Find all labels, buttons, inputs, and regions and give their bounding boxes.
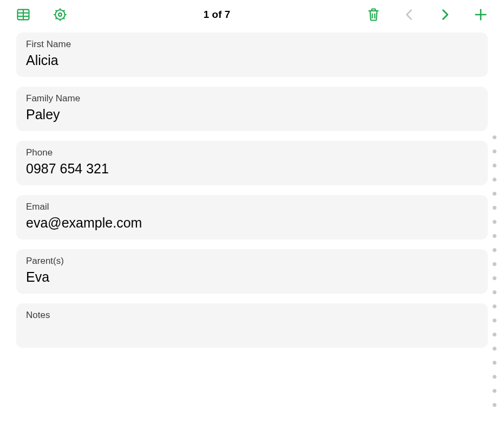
scroll-dot xyxy=(493,164,496,167)
scroll-dot xyxy=(493,333,496,336)
form-view: 1 of 7 xyxy=(0,0,504,428)
field-value[interactable]: Eva xyxy=(26,269,478,285)
chevron-left-icon xyxy=(402,7,417,22)
next-record-button[interactable] xyxy=(437,7,453,23)
table-view-button[interactable] xyxy=(15,7,31,23)
field-label: First Name xyxy=(26,39,478,50)
scroll-dot xyxy=(493,220,496,224)
field-first-name[interactable]: First Name Alicia xyxy=(16,33,488,77)
svg-point-5 xyxy=(58,13,62,16)
form-content: First Name Alicia Family Name Paley Phon… xyxy=(0,28,504,428)
field-parents[interactable]: Parent(s) Eva xyxy=(16,249,488,294)
scroll-dot xyxy=(493,347,496,351)
field-label: Parent(s) xyxy=(26,256,478,267)
field-value[interactable]: Paley xyxy=(26,106,478,122)
scroll-dot xyxy=(493,319,496,322)
field-email[interactable]: Email eva@example.com xyxy=(16,195,488,239)
field-value[interactable]: eva@example.com xyxy=(26,215,478,231)
svg-line-13 xyxy=(63,10,64,11)
scroll-dot xyxy=(493,150,496,153)
previous-record-button[interactable] xyxy=(401,7,417,23)
field-phone[interactable]: Phone 0987 654 321 xyxy=(16,141,488,185)
scroll-dot xyxy=(493,135,496,139)
scroll-indicator xyxy=(493,135,496,407)
chevron-right-icon xyxy=(437,7,453,22)
scroll-dot xyxy=(493,361,496,365)
scroll-dot xyxy=(493,262,496,266)
field-notes[interactable]: Notes xyxy=(16,303,488,348)
svg-line-11 xyxy=(63,18,64,19)
field-label: Notes xyxy=(26,310,478,321)
add-record-button[interactable] xyxy=(473,7,489,23)
scroll-dot xyxy=(493,389,496,393)
field-label: Phone xyxy=(26,147,478,158)
delete-button[interactable] xyxy=(365,7,382,23)
table-grid-icon xyxy=(16,7,31,22)
scroll-dot xyxy=(493,276,496,280)
scroll-dot xyxy=(493,403,496,407)
svg-line-12 xyxy=(56,18,57,19)
trash-icon xyxy=(366,7,381,22)
scroll-dot xyxy=(493,304,496,308)
svg-line-10 xyxy=(56,10,57,11)
scroll-dot xyxy=(493,192,496,196)
scroll-dot xyxy=(493,375,496,379)
field-value[interactable]: 0987 654 321 xyxy=(26,160,478,177)
field-family-name[interactable]: Family Name Paley xyxy=(16,87,488,131)
toolbar-right xyxy=(365,7,489,23)
scroll-dot xyxy=(493,290,496,294)
field-value[interactable]: Alicia xyxy=(26,52,478,68)
pagination-label: 1 of 7 xyxy=(68,9,365,21)
gear-icon xyxy=(53,7,68,22)
plus-icon xyxy=(473,7,488,22)
scroll-dot xyxy=(493,234,496,238)
settings-button[interactable] xyxy=(52,7,68,23)
scroll-dot xyxy=(493,178,496,181)
scroll-dot xyxy=(493,206,496,210)
field-label: Family Name xyxy=(26,93,478,104)
toolbar: 1 of 7 xyxy=(0,0,504,28)
toolbar-left xyxy=(15,7,68,23)
field-value[interactable] xyxy=(26,323,478,339)
field-label: Email xyxy=(26,202,478,212)
scroll-dot xyxy=(493,248,496,252)
